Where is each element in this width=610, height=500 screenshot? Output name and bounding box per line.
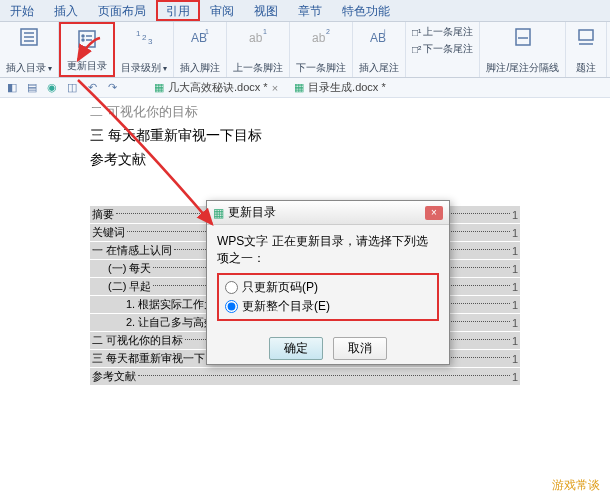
toc-icon [18, 26, 40, 48]
tab-references[interactable]: 引用 [156, 0, 200, 21]
insert-toc-button[interactable]: 插入目录▾ [0, 22, 59, 77]
tab-chapter[interactable]: 章节 [288, 0, 332, 21]
prev-footnote-icon: ab1 [247, 26, 269, 48]
doc-icon: ▦ [294, 81, 304, 94]
next-footnote-button[interactable]: ab2 下一条脚注 [290, 22, 353, 77]
dialog-close-button[interactable]: × [425, 206, 443, 220]
svg-text:ab: ab [249, 31, 263, 45]
doc-icon: ▦ [154, 81, 164, 94]
ribbon: 插入目录▾ 更新目录 123 目录级别▾ AB1 插入脚注 ab1 上一条脚注 … [0, 22, 610, 78]
dialog-icon: ▦ [213, 206, 224, 220]
tab-layout[interactable]: 页面布局 [88, 0, 156, 21]
next-endnote-button[interactable]: □²下一条尾注 [410, 41, 475, 57]
tab-special[interactable]: 特色功能 [332, 0, 400, 21]
close-icon[interactable]: × [272, 82, 278, 94]
svg-text:ab: ab [312, 31, 326, 45]
separator-button[interactable]: 脚注/尾注分隔线 [480, 22, 566, 77]
quick-access-bar: ◧ ▤ ◉ ◫ ↶ ↷ ▦ 几大高效秘诀.docx * × ▦ 目录生成.doc… [0, 78, 610, 98]
option-page-only[interactable]: 只更新页码(P) [225, 278, 431, 297]
doc-line: 二 可视化你的目标 [90, 103, 520, 121]
qab-icon-5[interactable]: ↶ [84, 80, 100, 96]
svg-rect-22 [579, 30, 593, 40]
footnote-icon: AB1 [189, 26, 211, 48]
radio-page-only[interactable] [225, 281, 238, 294]
ribbon-tabs: 开始 插入 页面布局 引用 审阅 视图 章节 特色功能 [0, 0, 610, 22]
doc-heading: 参考文献 [90, 151, 520, 169]
insert-footnote-button[interactable]: AB1 插入脚注 [174, 22, 227, 77]
ok-button[interactable]: 确定 [269, 337, 323, 360]
tab-start[interactable]: 开始 [0, 0, 44, 21]
cancel-button[interactable]: 取消 [333, 337, 387, 360]
insert-endnote-button[interactable]: ABi 插入尾注 [353, 22, 406, 77]
update-toc-icon [76, 28, 98, 50]
qab-icon-2[interactable]: ▤ [24, 80, 40, 96]
next-footnote-icon: ab2 [310, 26, 332, 48]
doc-tab-1[interactable]: ▦ 几大高效秘诀.docx * × [148, 80, 284, 95]
toc-level-button[interactable]: 123 目录级别▾ [115, 22, 174, 77]
doc-tab-2[interactable]: ▦ 目录生成.docx * [288, 80, 392, 95]
tab-insert[interactable]: 插入 [44, 0, 88, 21]
prev-endnote-button[interactable]: □¹上一条尾注 [410, 24, 475, 40]
svg-text:3: 3 [148, 37, 153, 46]
qab-icon-4[interactable]: ◫ [64, 80, 80, 96]
svg-text:2: 2 [142, 33, 147, 42]
watermark: 游戏常谈 [552, 477, 600, 494]
toc-level-icon: 123 [133, 26, 155, 48]
dialog-options: 只更新页码(P) 更新整个目录(E) [217, 273, 439, 321]
tab-view[interactable]: 视图 [244, 0, 288, 21]
endnote-icon: ABi [368, 26, 390, 48]
separator-icon [512, 26, 534, 48]
option-entire-toc[interactable]: 更新整个目录(E) [225, 297, 431, 316]
svg-rect-20 [516, 29, 530, 45]
radio-entire-toc[interactable] [225, 300, 238, 313]
endnote-nav-group: □¹上一条尾注 □²下一条尾注 [406, 22, 480, 77]
svg-point-6 [82, 39, 84, 41]
caption-button[interactable]: 题注 [566, 22, 607, 77]
qab-icon-3[interactable]: ◉ [44, 80, 60, 96]
svg-text:1: 1 [136, 29, 141, 38]
dialog-message: WPS文字 正在更新目录，请选择下列选项之一： [217, 233, 439, 267]
prev-footnote-button[interactable]: ab1 上一条脚注 [227, 22, 290, 77]
svg-text:2: 2 [326, 28, 330, 35]
svg-rect-4 [79, 31, 95, 47]
toc-row[interactable]: 参考文献1 [90, 368, 520, 385]
qab-icon-1[interactable]: ◧ [4, 80, 20, 96]
tab-review[interactable]: 审阅 [200, 0, 244, 21]
update-toc-dialog: ▦更新目录 × WPS文字 正在更新目录，请选择下列选项之一： 只更新页码(P)… [206, 200, 450, 365]
svg-text:1: 1 [263, 28, 267, 35]
caption-icon [575, 26, 597, 48]
dialog-titlebar[interactable]: ▦更新目录 × [207, 201, 449, 225]
doc-heading: 三 每天都重新审视一下目标 [90, 127, 520, 145]
qab-icon-6[interactable]: ↷ [104, 80, 120, 96]
update-toc-button[interactable]: 更新目录 [59, 22, 115, 77]
svg-text:1: 1 [205, 28, 209, 35]
svg-point-5 [82, 35, 84, 37]
